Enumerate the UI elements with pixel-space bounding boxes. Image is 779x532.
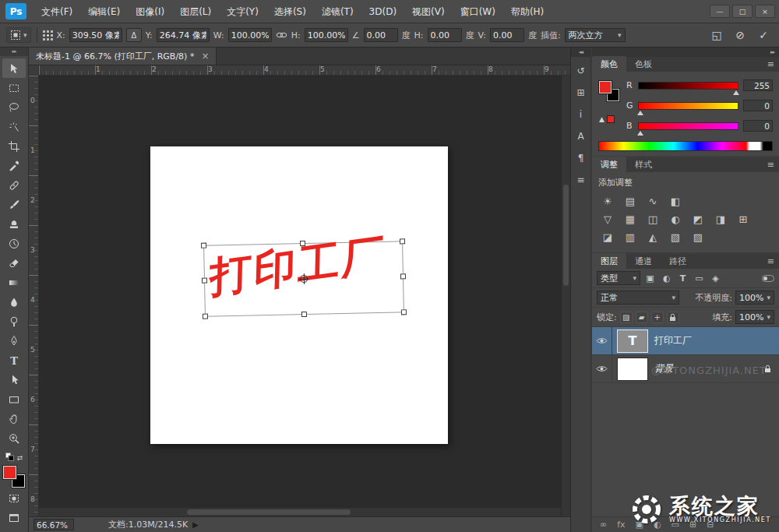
rotation-input[interactable] (364, 28, 398, 42)
rectangular-marquee-tool[interactable] (2, 78, 26, 97)
green-value-input[interactable] (743, 100, 773, 111)
layer-filter-select[interactable]: 类型 ▾ (597, 271, 640, 285)
menu-item[interactable]: 图层(L) (172, 0, 219, 23)
x-input[interactable] (69, 28, 122, 42)
panel-menu-icon[interactable]: ≡ (767, 254, 774, 269)
tab-swatches[interactable]: 色板 (626, 56, 661, 72)
invert-icon[interactable]: ◪ (600, 230, 615, 244)
color-lookup-icon[interactable]: ⊞ (735, 212, 751, 226)
opacity-input[interactable]: 100% ▾ (735, 291, 774, 305)
menu-item[interactable]: 滤镜(T) (314, 0, 361, 23)
horizontal-scrollbar[interactable] (39, 507, 561, 516)
blend-mode-select[interactable]: 正常 ▾ (597, 291, 679, 305)
visibility-toggle[interactable] (592, 327, 612, 354)
menu-item[interactable]: 视图(V) (404, 0, 453, 23)
relative-position-toggle[interactable]: Δ (126, 28, 142, 42)
commit-transform-button[interactable]: ✓ (754, 26, 773, 44)
gradient-map-icon[interactable]: ▧ (668, 230, 683, 244)
status-menu-arrow[interactable]: ▶ (192, 520, 199, 529)
toolbar-collapse-button[interactable]: ▸▸ (0, 48, 28, 56)
minimize-button[interactable]: — (710, 5, 730, 18)
switch-warp-mode-button[interactable]: ◱ (707, 26, 726, 44)
transform-handle-bottom-left[interactable] (203, 314, 208, 319)
width-input[interactable] (228, 28, 272, 42)
black-white-icon[interactable]: ◐ (668, 212, 683, 226)
horizontal-type-tool[interactable]: T (2, 351, 26, 370)
tab-styles[interactable]: 样式 (626, 157, 661, 172)
lock-pixels-icon[interactable]: ▰ (636, 312, 648, 323)
transform-handle-middle-left[interactable] (202, 278, 207, 284)
layer-filter-toggle[interactable] (762, 275, 774, 282)
tab-channels[interactable]: 通道 (626, 253, 661, 269)
properties-panel-icon[interactable]: ⊞ (573, 85, 589, 100)
photo-filter-icon[interactable]: ◩ (690, 212, 706, 226)
zoom-level-field[interactable]: 66.67% (33, 519, 74, 530)
clone-stamp-tool[interactable] (2, 214, 26, 234)
close-tab-icon[interactable]: × (201, 51, 209, 62)
transform-handle-top-right[interactable] (400, 238, 405, 244)
screen-mode-button[interactable] (2, 508, 26, 527)
link-layers-icon[interactable]: ∞ (600, 520, 607, 530)
foreground-color-swatch[interactable] (599, 81, 612, 93)
vertical-scrollbar[interactable] (561, 76, 570, 516)
menu-item[interactable]: 选择(S) (266, 0, 314, 23)
lock-transparency-icon[interactable]: ▨ (620, 312, 633, 323)
canvas-viewport[interactable]: 打印工厂 (39, 76, 570, 516)
layer-thumbnail[interactable] (617, 358, 648, 381)
blur-tool[interactable] (2, 292, 26, 312)
menu-item[interactable]: 帮助(H) (503, 0, 552, 23)
swap-colors-icon[interactable]: ⇄ (17, 454, 23, 462)
color-balance-icon[interactable]: ◫ (645, 212, 661, 226)
slider-handle[interactable] (637, 107, 643, 115)
green-slider[interactable] (638, 102, 738, 110)
spot-healing-brush-tool[interactable] (2, 175, 26, 195)
reference-point-locator[interactable] (43, 30, 53, 41)
red-value-input[interactable] (743, 79, 773, 91)
menu-item[interactable]: 文字(Y) (219, 0, 266, 23)
character-panel-icon[interactable]: A (573, 129, 589, 144)
layer-thumbnail[interactable]: T (617, 329, 648, 353)
slider-handle[interactable] (637, 128, 643, 136)
history-panel-icon[interactable]: ↺ (573, 63, 589, 79)
slider-handle[interactable] (733, 87, 739, 95)
menu-item[interactable]: 窗口(W) (453, 0, 503, 23)
styles-panel-icon[interactable]: ≡ (573, 172, 589, 188)
blue-slider[interactable] (638, 122, 738, 130)
selective-color-icon[interactable]: ▨ (690, 230, 706, 244)
brush-tool[interactable] (2, 195, 26, 214)
link-dimensions-icon[interactable] (276, 31, 287, 39)
tab-color[interactable]: 颜色 (592, 56, 626, 72)
scrollbar-thumb[interactable] (563, 185, 569, 286)
y-input[interactable] (157, 28, 210, 42)
exposure-icon[interactable]: ◧ (668, 194, 683, 208)
canvas[interactable]: 打印工厂 (150, 146, 448, 444)
vertical-ruler[interactable]: 012345678 (29, 76, 39, 516)
eyedropper-tool[interactable] (2, 156, 26, 175)
h-skew-input[interactable] (428, 28, 462, 42)
red-slider[interactable] (638, 82, 738, 90)
gamut-color-swatch[interactable] (607, 115, 615, 123)
layer-row-type[interactable]: T 打印工厂 (592, 327, 779, 355)
dodge-tool[interactable] (2, 312, 26, 331)
gamut-warning[interactable]: ▲ (599, 115, 615, 123)
foreground-color-swatch[interactable] (3, 466, 16, 479)
filter-shape-layers-icon[interactable]: ▭ (693, 272, 706, 284)
info-panel-icon[interactable]: i (573, 107, 589, 122)
close-button[interactable]: × (755, 5, 775, 18)
layer-name[interactable]: 打印工厂 (654, 334, 692, 347)
layer-style-icon[interactable]: fx (617, 520, 625, 530)
lock-all-icon[interactable] (667, 312, 679, 323)
gradient-tool[interactable] (2, 273, 26, 292)
eraser-tool[interactable] (2, 253, 26, 273)
vibrance-icon[interactable]: ▽ (600, 212, 615, 226)
transform-handle-bottom-middle[interactable] (301, 312, 307, 317)
quick-selection-tool[interactable] (2, 117, 26, 136)
filter-smart-object-layers-icon[interactable]: ◈ (709, 272, 722, 284)
threshold-icon[interactable]: ◭ (645, 230, 661, 244)
height-input[interactable] (305, 28, 348, 42)
scrollbar-thumb[interactable] (187, 509, 351, 515)
quick-mask-button[interactable] (2, 488, 26, 508)
filter-type-layers-icon[interactable]: T (676, 272, 689, 284)
menu-item[interactable]: 编辑(E) (80, 0, 128, 23)
document-tab[interactable]: 未标题-1 @ 66.7% (打印工厂, RGB/8) * × (29, 48, 217, 65)
